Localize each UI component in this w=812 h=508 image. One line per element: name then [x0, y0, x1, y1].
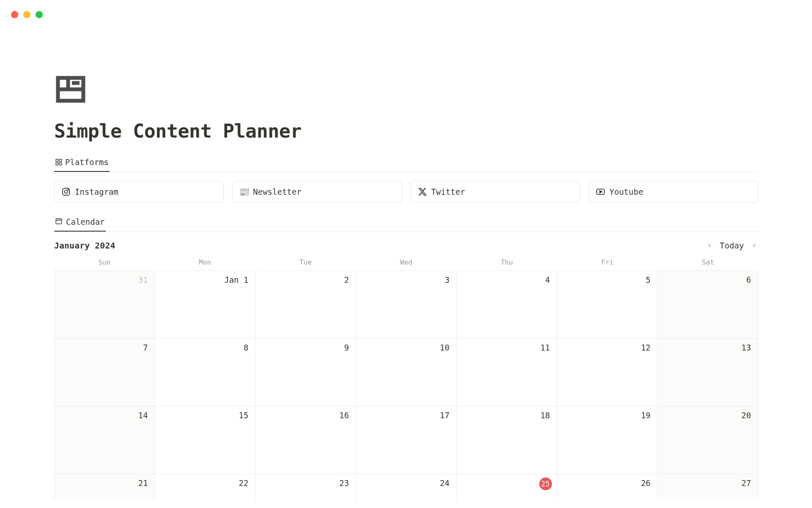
day-number: 20 [741, 411, 751, 420]
day-number: 17 [440, 411, 450, 420]
day-number: 27 [741, 478, 751, 488]
day-number: 3 [444, 275, 449, 284]
prev-month-button[interactable] [705, 241, 714, 250]
view-tabs-platforms: Platforms [54, 155, 758, 172]
weekday-header-row: Sun Mon Tue Wed Thu Fri Sat [54, 258, 758, 271]
day-number: 23 [339, 478, 349, 488]
svg-rect-6 [56, 163, 58, 165]
svg-rect-4 [56, 159, 58, 161]
calendar-cell[interactable]: 12 [557, 339, 658, 406]
weekday-label: Sun [54, 258, 155, 271]
day-number: 9 [344, 343, 349, 352]
day-number: 13 [741, 343, 751, 352]
minimize-window-dot[interactable] [23, 11, 30, 18]
svg-point-9 [64, 190, 67, 193]
day-number: 12 [641, 343, 650, 352]
weekday-label: Mon [155, 258, 255, 271]
card-label: Instagram [75, 187, 118, 196]
newspaper-icon: 📰 [239, 187, 249, 196]
window-traffic-lights [11, 11, 43, 18]
grid-icon [55, 158, 63, 166]
day-number: 14 [138, 411, 148, 420]
svg-rect-5 [60, 159, 62, 161]
calendar-cell[interactable]: 6 [658, 271, 758, 339]
day-number: 19 [641, 411, 650, 420]
day-number: 26 [641, 478, 650, 488]
weekday-label: Wed [356, 258, 457, 271]
maximize-window-dot[interactable] [36, 11, 43, 18]
day-number: 6 [746, 275, 751, 284]
calendar-cell[interactable]: 19 [557, 406, 658, 474]
page-icon[interactable] [54, 74, 758, 105]
calendar-cell[interactable]: 24 [356, 474, 457, 500]
calendar-cell[interactable]: 16 [255, 406, 356, 474]
day-number: 21 [138, 478, 148, 488]
day-number: 11 [540, 343, 550, 352]
calendar-cell[interactable]: 23 [255, 474, 356, 500]
calendar-cell[interactable]: 27 [658, 474, 758, 500]
calendar-nav: Today [705, 241, 758, 250]
calendar-icon [55, 217, 63, 226]
youtube-icon [596, 187, 605, 196]
calendar-header: January 2024 Today [54, 240, 758, 251]
calendar-cell[interactable]: 10 [356, 339, 457, 406]
platform-cards: Instagram 📰 Newsletter Twitter Youtube [54, 181, 758, 203]
platform-card-youtube[interactable]: Youtube [589, 181, 758, 203]
calendar-cell[interactable]: 14 [55, 406, 155, 474]
calendar-cell[interactable]: Jan 1 [155, 271, 256, 339]
weekday-label: Sat [658, 258, 758, 271]
card-label: Newsletter [253, 187, 301, 196]
platform-card-newsletter[interactable]: 📰 Newsletter [232, 181, 402, 203]
calendar-cell[interactable]: 22 [155, 474, 256, 500]
card-label: Twitter [431, 187, 465, 196]
calendar-cell[interactable]: 5 [557, 271, 658, 339]
day-number: 16 [339, 411, 349, 420]
calendar-cell[interactable]: 13 [658, 339, 758, 406]
x-icon [418, 187, 427, 196]
calendar-cell[interactable]: 8 [155, 339, 256, 406]
day-number: 2 [344, 275, 349, 284]
day-number: 8 [244, 343, 248, 352]
today-button[interactable]: Today [720, 241, 744, 250]
day-number: 31 [138, 275, 148, 284]
calendar-cell[interactable]: 15 [155, 406, 256, 474]
calendar-cell[interactable]: 9 [255, 339, 356, 406]
calendar-cell[interactable]: 25 [457, 474, 557, 500]
day-number: 24 [440, 478, 450, 488]
close-window-dot[interactable] [11, 11, 18, 18]
svg-marker-12 [600, 190, 602, 193]
svg-rect-7 [60, 163, 62, 165]
day-number: Jan 1 [224, 275, 248, 284]
calendar-cell[interactable]: 11 [457, 339, 557, 406]
platform-card-twitter[interactable]: Twitter [411, 181, 580, 203]
day-number: 15 [239, 411, 249, 420]
next-month-button[interactable] [750, 241, 758, 250]
tab-label: Platforms [65, 157, 109, 167]
svg-rect-13 [56, 219, 62, 224]
calendar-cell[interactable]: 3 [356, 271, 457, 339]
calendar-cell[interactable]: 20 [658, 406, 758, 474]
weekday-label: Thu [456, 258, 557, 271]
calendar-cell[interactable]: 31 [55, 271, 155, 339]
page-title: Simple Content Planner [54, 120, 758, 142]
calendar-cell[interactable]: 2 [255, 271, 356, 339]
tab-platforms[interactable]: Platforms [54, 155, 110, 172]
day-number: 18 [540, 411, 550, 420]
day-number: 22 [239, 478, 249, 488]
platform-card-instagram[interactable]: Instagram [54, 181, 224, 203]
calendar-cell[interactable]: 4 [457, 271, 557, 339]
calendar-cell[interactable]: 18 [457, 406, 557, 474]
weekday-label: Fri [557, 258, 658, 271]
day-number: 4 [545, 275, 550, 284]
svg-point-10 [68, 189, 69, 190]
day-number: 10 [440, 343, 450, 352]
calendar-grid: 31Jan 1234567891011121314151617181920212… [54, 271, 758, 500]
instagram-icon [61, 187, 71, 196]
calendar-cell[interactable]: 17 [356, 406, 457, 474]
calendar-cell[interactable]: 21 [55, 474, 155, 500]
calendar-cell[interactable]: 26 [557, 474, 658, 500]
tab-calendar[interactable]: Calendar [54, 215, 106, 232]
tab-label: Calendar [66, 217, 105, 226]
calendar-cell[interactable]: 7 [55, 339, 155, 406]
view-tabs-calendar: Calendar [54, 215, 758, 232]
